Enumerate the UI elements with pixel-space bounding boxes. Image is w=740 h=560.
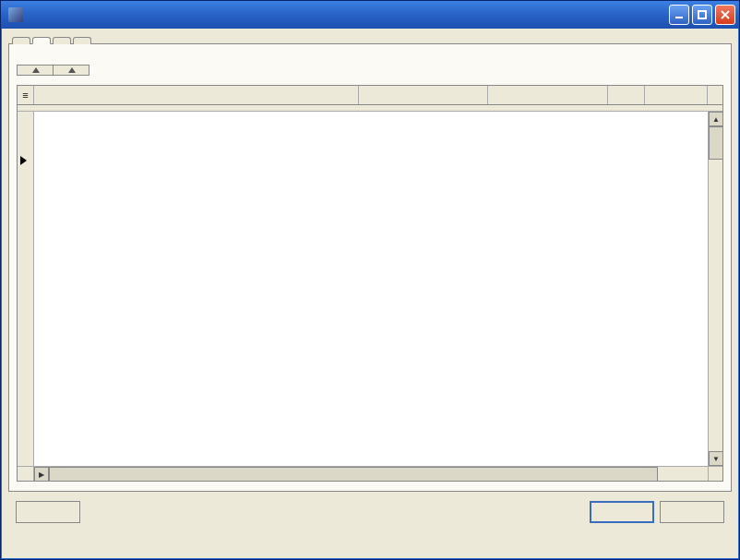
col-value[interactable]	[359, 86, 488, 104]
col-name[interactable]	[34, 86, 359, 104]
hscroll-gutter	[18, 467, 34, 481]
footer	[8, 492, 732, 529]
hscroll-thumb[interactable]	[49, 467, 658, 482]
settings-window: ≡ ▲ ▼	[0, 0, 740, 560]
scroll-right-icon[interactable]: ▶	[34, 467, 49, 482]
window-buttons	[669, 5, 735, 25]
tab-panel: ≡ ▲ ▼	[8, 44, 732, 492]
refresh-button[interactable]	[16, 501, 80, 523]
tab-advisor-settings[interactable]	[12, 37, 30, 44]
col-note[interactable]	[645, 86, 708, 104]
row-gutter	[18, 112, 34, 466]
maximize-button[interactable]	[692, 5, 712, 25]
grid-rows	[34, 112, 708, 466]
tab-workstation-settings[interactable]	[53, 37, 71, 44]
horizontal-scrollbar[interactable]: ◀ ▶	[18, 466, 722, 481]
minimize-button[interactable]	[669, 5, 689, 25]
tab-system-parameters[interactable]	[73, 37, 91, 44]
col-highlight[interactable]	[608, 86, 645, 104]
close-button[interactable]	[715, 5, 735, 25]
cancel-button[interactable]	[660, 501, 724, 523]
settings-grid: ≡ ▲ ▼	[17, 85, 723, 482]
tab-settings[interactable]	[32, 37, 51, 44]
ok-button[interactable]	[590, 501, 654, 523]
vertical-scrollbar[interactable]: ▲ ▼	[708, 112, 722, 466]
grid-body: ▲ ▼	[18, 112, 722, 466]
content: ≡ ▲ ▼	[1, 29, 739, 559]
grouping-bar	[17, 54, 723, 76]
app-icon	[8, 7, 23, 22]
sort-asc-icon	[68, 67, 76, 73]
scroll-up-icon[interactable]: ▲	[709, 112, 722, 126]
column-picker-icon[interactable]: ≡	[18, 86, 34, 104]
header-scroll-spacer	[708, 86, 722, 104]
footer-spacer	[86, 501, 584, 523]
col-type[interactable]	[488, 86, 608, 104]
group-chip-module[interactable]	[17, 65, 54, 76]
titlebar	[1, 1, 739, 29]
grid-header: ≡	[18, 86, 722, 105]
group-chip-group[interactable]	[53, 65, 90, 76]
tabstrip	[8, 36, 732, 44]
scroll-corner	[708, 467, 722, 481]
filter-row[interactable]	[18, 105, 722, 112]
sort-asc-icon	[32, 67, 40, 73]
hscroll-track[interactable]: ◀ ▶	[34, 467, 708, 481]
scroll-down-icon[interactable]: ▼	[709, 451, 722, 466]
current-row-marker-icon	[20, 156, 27, 165]
svg-rect-1	[698, 11, 706, 18]
scroll-thumb[interactable]	[709, 126, 722, 160]
